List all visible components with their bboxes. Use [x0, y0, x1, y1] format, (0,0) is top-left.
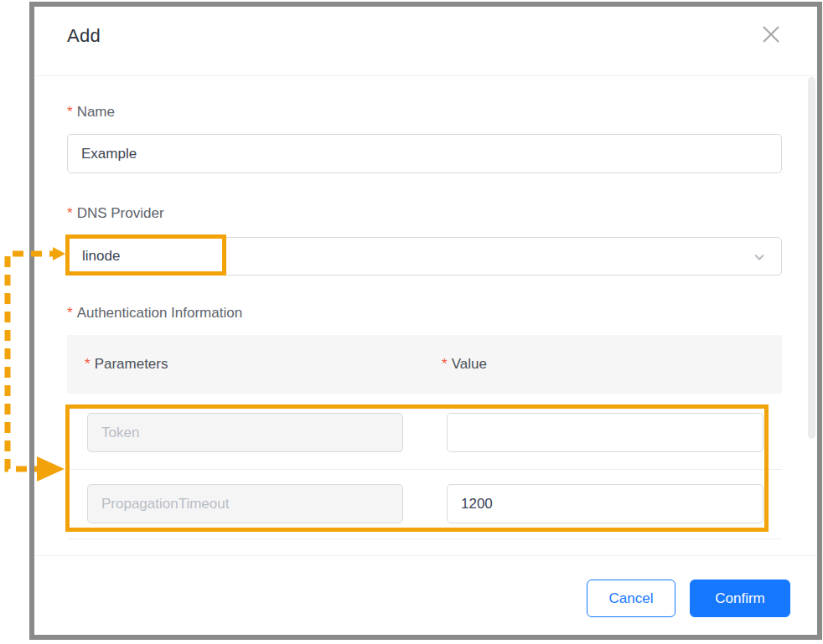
- required-asterisk: *: [67, 305, 73, 321]
- table-bottom-divider: [67, 538, 782, 539]
- auth-info-label: *Authentication Information: [67, 305, 242, 322]
- header-divider: [34, 75, 817, 76]
- add-dialog: Add *Name *DNS Provider linode: [29, 2, 822, 640]
- required-asterisk: *: [67, 104, 73, 120]
- param-name-propagation-timeout-input: [87, 484, 403, 523]
- confirm-button[interactable]: Confirm: [690, 580, 790, 617]
- chevron-down-icon: [753, 250, 766, 267]
- required-asterisk: *: [67, 205, 73, 221]
- value-column-header: *Value: [442, 356, 487, 373]
- scrollbar-thumb[interactable]: [808, 77, 815, 439]
- dns-provider-label: *DNS Provider: [67, 205, 164, 222]
- required-asterisk: *: [85, 356, 91, 372]
- cancel-button[interactable]: Cancel: [587, 580, 675, 617]
- close-icon: [760, 23, 782, 49]
- required-asterisk: *: [442, 356, 448, 372]
- parameters-column-header: *Parameters: [85, 356, 168, 373]
- dns-provider-selected-value: linode: [68, 248, 120, 265]
- param-name-token-input: [87, 413, 403, 452]
- dialog-title: Add: [67, 25, 101, 47]
- parameters-table-header: *Parameters *Value: [67, 335, 782, 394]
- row-divider: [67, 469, 782, 470]
- name-input[interactable]: [67, 134, 782, 173]
- name-label: *Name: [67, 104, 115, 121]
- dns-provider-select[interactable]: linode: [67, 237, 782, 276]
- page: Add *Name *DNS Provider linode: [0, 0, 823, 644]
- close-button[interactable]: [758, 23, 784, 49]
- footer-divider: [34, 555, 817, 556]
- token-value-input[interactable]: [447, 413, 763, 452]
- propagation-timeout-value-input[interactable]: [447, 484, 763, 523]
